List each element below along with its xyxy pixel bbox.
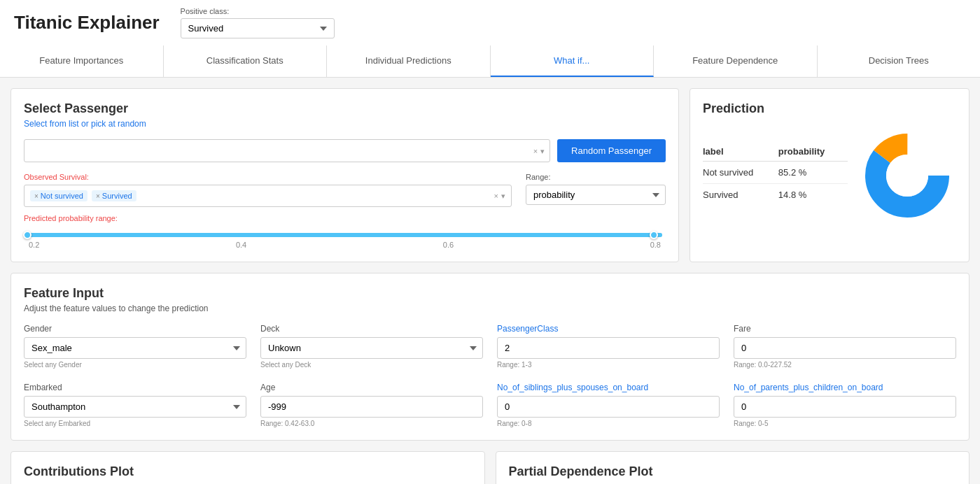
passenger-input-row: Frost, Mr. Anthony Wood "Archie" × ▾ Ran… [24,139,666,162]
tab-decision-trees[interactable]: Decision Trees [818,45,981,77]
passenger-select-input[interactable]: Frost, Mr. Anthony Wood "Archie" [24,139,550,162]
slider-thumb-left[interactable] [23,231,31,239]
feature-field-siblings-spouses: No_of_siblings_plus_spouses_on_board Ran… [497,383,720,427]
main-content: Select Passenger Select from list or pic… [0,78,980,484]
tag-not-survived: × Not survived [30,190,88,201]
feature-input-passengerclass[interactable] [497,337,720,359]
donut-not-survived-pct-label: 85.2% [892,178,911,185]
feature-label-gender: Gender [24,324,246,334]
positive-class-select[interactable]: Survived Not survived [181,18,335,38]
slider-thumb-right[interactable] [650,231,658,239]
feature-label-siblings-spouses: No_of_siblings_plus_spouses_on_board [497,383,720,392]
feature-select-deck[interactable]: Unkown ABC [260,337,483,359]
select-passenger-title: Select Passenger [24,101,666,116]
tag-not-survived-label: Not survived [41,192,83,200]
pred-table: label probability Not survived 85.2 % Su… [703,146,848,206]
range-label: Range: [526,173,666,181]
pred-not-survived-prob: 85.2 % [778,161,848,183]
top-header: Titanic Explainer Positive class: Surviv… [0,0,980,45]
slider-labels: 0.2 0.4 0.6 0.8 [27,241,662,249]
slider-fill [27,233,662,237]
feature-label-fare: Fare [734,324,956,334]
feature-field-fare: Fare Range: 0.0-227.52 [734,324,956,369]
feature-grid: Gender Sex_male Sex_female Select any Ge… [24,324,956,427]
contributions-panel: Contributions Plot [10,451,485,484]
random-passenger-button[interactable]: Random Passenger [557,139,666,162]
feature-input-age[interactable] [260,396,483,418]
feature-field-parents-children: No_of_parents_plus_children_on_board Ran… [734,383,956,427]
feature-hint-embarked: Select any Embarked [24,420,246,427]
pred-survived-prob: 14.8 % [778,183,848,206]
top-row: Select Passenger Select from list or pic… [10,88,969,262]
bottom-row: Contributions Plot Partial Dependence Pl… [10,451,969,484]
feature-input-siblings-spouses[interactable] [497,396,720,418]
slider-label-3: 0.8 [650,241,661,249]
select-icons: × ▾ [533,146,545,155]
positive-class-label: Positive class: [181,7,335,15]
tag-survived: × Survived [92,190,136,201]
slider-container: 0.2 0.4 0.6 0.8 [24,233,666,249]
partial-dependence-title: Partial Dependence Plot [509,464,957,479]
tab-individual-predictions[interactable]: Individual Predictions [327,45,491,77]
prediction-inner: label probability Not survived 85.2 % Su… [703,127,956,225]
passenger-select-wrapper: Frost, Mr. Anthony Wood "Archie" × ▾ [24,139,550,162]
pred-row-survived: Survived 14.8 % [703,183,848,206]
pred-col-probability: probability [778,146,848,162]
feature-input-parents-children[interactable] [734,396,956,418]
probability-range-label: Predicted probability range: [24,214,666,222]
feature-label-deck: Deck [260,324,483,334]
chevron-down-icon[interactable]: ▾ [540,146,545,155]
tag-survived-close[interactable]: × [96,192,100,200]
select-passenger-subtitle: Select from list or pick at random [24,119,666,129]
prediction-panel: Prediction label probability Not survive… [690,88,969,262]
slider-label-2: 0.6 [443,241,454,249]
observed-section: Observed Survival: × Not survived × Surv… [24,173,512,207]
tags-icons: × ▾ [494,192,505,201]
tags-chevron-icon[interactable]: ▾ [501,192,505,201]
tab-feature-importances[interactable]: Feature Importances [0,45,164,77]
feature-field-gender: Gender Sex_male Sex_female Select any Ge… [24,324,246,369]
feature-input-title: Feature Input [24,286,956,301]
select-passenger-panel: Select Passenger Select from list or pic… [10,88,679,262]
app-title: Titanic Explainer [14,12,160,34]
slider-label-1: 0.4 [236,241,246,249]
donut-hole [886,155,928,197]
feature-hint-parents-children: Range: 0-5 [734,420,956,427]
tab-classification-stats[interactable]: Classification Stats [164,45,328,77]
feature-field-deck: Deck Unkown ABC Select any Deck [260,324,483,369]
range-section: Range: probability raw score [526,173,666,207]
observed-row: Observed Survival: × Not survived × Surv… [24,173,666,207]
feature-hint-siblings-spouses: Range: 0-8 [497,420,720,427]
observed-survival-label: Observed Survival: [24,173,512,181]
feature-label-embarked: Embarked [24,383,246,392]
contributions-title: Contributions Plot [24,464,472,479]
feature-label-parents-children: No_of_parents_plus_children_on_board [734,383,956,392]
pred-not-survived-label: Not survived [703,161,778,183]
clear-icon[interactable]: × [533,146,538,155]
feature-field-age: Age Range: 0.42-63.0 [260,383,483,427]
feature-hint-deck: Select any Deck [260,361,483,369]
feature-hint-passengerclass: Range: 1-3 [497,361,720,369]
feature-select-embarked[interactable]: Southampton Cherbourg Queenstown [24,396,246,418]
feature-select-gender[interactable]: Sex_male Sex_female [24,337,246,359]
feature-input-subtitle: Adjust the feature values to change the … [24,304,956,313]
donut-survived-pct-label: 14.8% [897,166,915,173]
feature-label-age: Age [260,383,483,392]
feature-hint-gender: Select any Gender [24,361,246,369]
feature-input-fare[interactable] [734,337,956,359]
feature-hint-age: Range: 0.42-63.0 [260,420,483,427]
pred-row-not-survived: Not survived 85.2 % [703,161,848,183]
feature-field-embarked: Embarked Southampton Cherbourg Queenstow… [24,383,246,427]
pred-survived-label: Survived [703,183,778,206]
slider-label-0: 0.2 [29,241,39,249]
tabs-bar: Feature Importances Classification Stats… [0,45,980,78]
tab-feature-dependence[interactable]: Feature Dependence [654,45,818,77]
tag-survived-label: Survived [102,192,132,200]
tab-what-if[interactable]: What if... [491,45,654,77]
tag-not-survived-close[interactable]: × [34,192,38,200]
range-select[interactable]: probability raw score [526,185,666,205]
feature-input-panel: Feature Input Adjust the feature values … [10,273,969,441]
partial-dependence-panel: Partial Dependence Plot [496,451,970,484]
feature-hint-fare: Range: 0.0-227.52 [734,361,956,369]
tags-clear-icon[interactable]: × [494,192,498,201]
